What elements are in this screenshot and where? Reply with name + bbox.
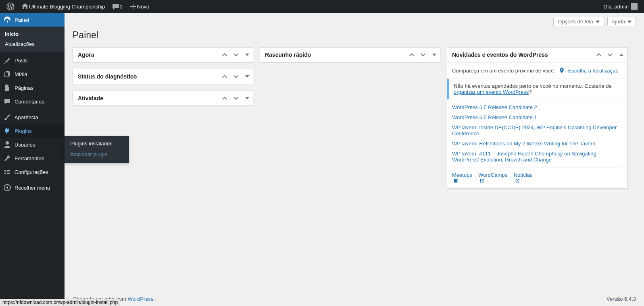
- dashboard-icon: [3, 16, 11, 24]
- toggle-button[interactable]: [242, 91, 253, 105]
- footer-thanks-post: .: [154, 296, 155, 302]
- external-icon: [515, 178, 520, 184]
- plug-icon: [3, 127, 11, 135]
- help-button[interactable]: Ajuda: [607, 17, 636, 26]
- menu-label: Aparência: [15, 114, 38, 120]
- admin-sidebar: Painel Início Atualizações Posts Mídia P…: [0, 13, 65, 306]
- page-title: Painel: [65, 26, 644, 42]
- location-icon: [559, 67, 565, 74]
- organize-event-link[interactable]: organizar um evento WordPress: [454, 89, 529, 95]
- user-icon: [3, 141, 11, 149]
- menu-comments[interactable]: Comentários: [0, 95, 65, 108]
- menu-label: Mídia: [15, 71, 27, 77]
- collapse-icon: [3, 184, 11, 192]
- move-up-button[interactable]: [219, 48, 230, 62]
- new-content-link[interactable]: Novo: [126, 0, 152, 13]
- news-item-link[interactable]: WPTavern: Inside DE{CODE} 2024, WP Engin…: [452, 124, 622, 136]
- new-label: Novo: [137, 4, 149, 10]
- menu-label: Usuários: [15, 142, 35, 148]
- comments-count: 0: [120, 4, 123, 10]
- menu-label: Ferramentas: [15, 155, 44, 161]
- menu-label: Recolher menu: [15, 185, 50, 191]
- widget-title: Atividade: [73, 91, 219, 105]
- wordcamps-link[interactable]: WordCamps: [478, 172, 507, 184]
- menu-plugins[interactable]: Plugins: [0, 124, 65, 138]
- my-account-link[interactable]: Olá, admin: [600, 0, 641, 13]
- move-up-button[interactable]: [406, 48, 417, 62]
- move-down-button[interactable]: [230, 91, 242, 105]
- comment-icon: [112, 2, 120, 10]
- caret-down-icon: [596, 21, 600, 23]
- flyout-plugins-installed[interactable]: Plugins instalados: [65, 138, 129, 149]
- menu-tools[interactable]: Ferramentas: [0, 151, 65, 165]
- flyout-plugins: Plugins instalados Adicionar plugin: [65, 136, 129, 163]
- meetups-link[interactable]: Meetups: [452, 172, 472, 184]
- toggle-button[interactable]: [242, 69, 253, 84]
- menu-posts[interactable]: Posts: [0, 54, 65, 67]
- attend-text: Compareça em um evento próximo de você.: [452, 68, 555, 74]
- move-down-button[interactable]: [604, 48, 616, 62]
- widget-title: Agora: [73, 48, 219, 62]
- move-down-button[interactable]: [230, 69, 242, 84]
- news-item-link[interactable]: WordPress 6.5 Release Candidate 2: [452, 104, 622, 110]
- avatar-icon: [631, 3, 638, 10]
- menu-pages[interactable]: Páginas: [0, 81, 65, 95]
- site-name-text: Ultimate Blogging Championship: [29, 4, 105, 10]
- site-name-link[interactable]: Ultimate Blogging Championship: [18, 0, 108, 13]
- pin-icon: [3, 56, 11, 64]
- widget-now: Agora: [73, 47, 253, 62]
- sliders-icon: [3, 168, 11, 176]
- external-icon: [479, 178, 485, 184]
- wp-logo-menu[interactable]: [3, 0, 18, 13]
- move-up-button[interactable]: [219, 69, 230, 84]
- menu-users[interactable]: Usuários: [0, 138, 65, 151]
- choose-location-link[interactable]: Escolha a localização: [568, 68, 619, 74]
- howdy-text: Olá, admin: [603, 4, 629, 10]
- screen-options-button[interactable]: Opções de tela: [553, 17, 604, 26]
- page-icon: [3, 84, 11, 92]
- media-icon: [3, 70, 11, 78]
- submenu-dashboard: Início Atualizações: [0, 27, 65, 52]
- home-icon: [21, 2, 29, 10]
- submenu-home[interactable]: Início: [0, 29, 65, 39]
- widget-news: Novidades e eventos do WordPress Compare…: [447, 47, 627, 189]
- menu-label: Comentários: [15, 99, 44, 105]
- widget-title: Novidades e eventos do WordPress: [447, 48, 593, 62]
- comment-icon: [3, 97, 11, 105]
- move-up-button[interactable]: [593, 48, 604, 62]
- toggle-button[interactable]: [616, 48, 627, 62]
- news-item-link[interactable]: WPTavern: Reflections on My 2 Weeks Writ…: [452, 141, 622, 147]
- menu-appearance[interactable]: Aparência: [0, 110, 65, 124]
- toggle-button[interactable]: [429, 48, 440, 62]
- toggle-button[interactable]: [242, 48, 253, 62]
- admin-bar: Ultimate Blogging Championship 0 Novo Ol…: [0, 0, 644, 13]
- submenu-updates[interactable]: Atualizações: [0, 39, 65, 49]
- news-item-link[interactable]: WPTavern: #111 – Josepha Haden Chomphosy…: [452, 151, 622, 163]
- move-up-button[interactable]: [219, 91, 230, 105]
- menu-media[interactable]: Mídia: [0, 67, 65, 81]
- browser-status-bar: https://nfdownload.com.br/wp-admin/plugi…: [0, 299, 120, 306]
- menu-label: Configurações: [15, 169, 48, 175]
- menu-settings[interactable]: Configurações: [0, 165, 65, 179]
- menu-label: Páginas: [15, 85, 33, 91]
- footer-wp-link[interactable]: WordPress: [128, 296, 154, 302]
- move-down-button[interactable]: [230, 48, 242, 62]
- move-down-button[interactable]: [417, 48, 429, 62]
- brush-icon: [3, 113, 11, 121]
- wp-footer: Obrigado por criar com WordPress. Versão…: [65, 292, 644, 306]
- widget-activity: Atividade: [73, 91, 253, 106]
- wordpress-icon: [6, 2, 15, 10]
- help-label: Ajuda: [612, 19, 625, 25]
- no-events-text-post: ?: [529, 89, 531, 95]
- flyout-plugins-add[interactable]: Adicionar plugin: [65, 149, 129, 160]
- menu-label: Plugins: [15, 128, 32, 134]
- plus-icon: [129, 2, 137, 10]
- menu-dashboard[interactable]: Painel: [0, 13, 65, 27]
- screen-options-label: Opções de tela: [558, 19, 593, 25]
- news-item-link[interactable]: WordPress 6.5 Release Candidate 1: [452, 114, 622, 120]
- collapse-menu[interactable]: Recolher menu: [0, 181, 65, 194]
- menu-label: Posts: [15, 58, 28, 64]
- news-link[interactable]: Notícias: [514, 172, 533, 184]
- comments-link[interactable]: 0: [108, 0, 126, 13]
- widget-health: Status do diagnóstico: [73, 69, 253, 84]
